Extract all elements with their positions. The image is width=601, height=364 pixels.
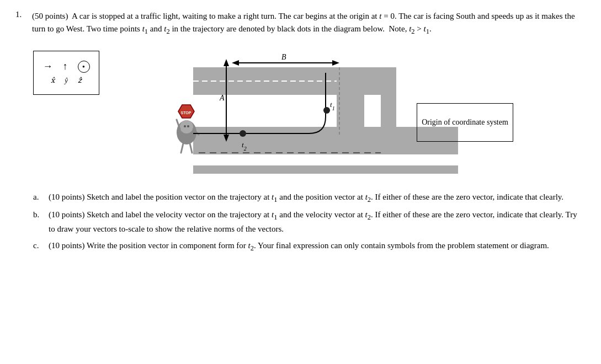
svg-point-9 [184, 125, 186, 127]
x-arrow: → [43, 61, 53, 72]
subq-a-text: (10 points) Sketch and label the positio… [49, 191, 586, 205]
svg-rect-4 [193, 95, 337, 127]
svg-line-14 [190, 143, 192, 153]
coord-arrows: → ↑ ● [43, 61, 90, 73]
svg-point-8 [180, 120, 193, 133]
diagram-area: → ↑ ● x̂ ŷ ẑ STOP [33, 45, 513, 183]
svg-point-26 [240, 130, 246, 137]
subquestions-section: a. (10 points) Sketch and label the posi… [33, 191, 586, 254]
svg-point-23 [323, 107, 330, 114]
svg-text:B: B [281, 53, 286, 61]
subq-b-text: (10 points) Sketch and label the velocit… [49, 208, 586, 236]
subquestion-b: b. (10 points) Sketch and label the velo… [33, 208, 586, 236]
y-arrow: ↑ [63, 62, 68, 70]
y-hat-label: ŷ [65, 76, 68, 85]
svg-line-13 [181, 143, 183, 153]
subq-c-label: c. [33, 239, 44, 254]
subq-a-label: a. [33, 191, 44, 205]
svg-marker-21 [232, 60, 239, 66]
svg-text:STOP: STOP [181, 111, 192, 115]
subq-b-label: b. [33, 208, 44, 236]
svg-text:A: A [219, 94, 225, 102]
subquestion-a: a. (10 points) Sketch and label the posi… [33, 191, 586, 205]
subquestion-c: c. (10 points) Write the position vector… [33, 239, 586, 254]
origin-box-text: Origin of coordinate system [422, 117, 508, 128]
z-hat-label: ẑ [78, 76, 82, 85]
z-arrow: ● [78, 61, 90, 73]
svg-rect-32 [193, 165, 458, 174]
svg-marker-20 [332, 60, 339, 66]
problem-intro-text: (50 points) A car is stopped at a traffi… [32, 10, 586, 38]
problem-number-label: 1. [15, 10, 28, 38]
svg-point-10 [187, 125, 189, 127]
svg-rect-29 [363, 67, 396, 95]
subq-c-text: (10 points) Write the position vector in… [49, 239, 586, 254]
coordinate-box: → ↑ ● x̂ ŷ ẑ [33, 51, 99, 95]
problem-header: 1. (50 points) A car is stopped at a tra… [15, 10, 586, 38]
origin-box: Origin of coordinate system [417, 103, 513, 142]
svg-rect-30 [381, 95, 396, 127]
x-hat-label: x̂ [51, 76, 55, 85]
svg-marker-17 [224, 59, 229, 66]
coord-labels: x̂ ŷ ẑ [51, 76, 82, 85]
